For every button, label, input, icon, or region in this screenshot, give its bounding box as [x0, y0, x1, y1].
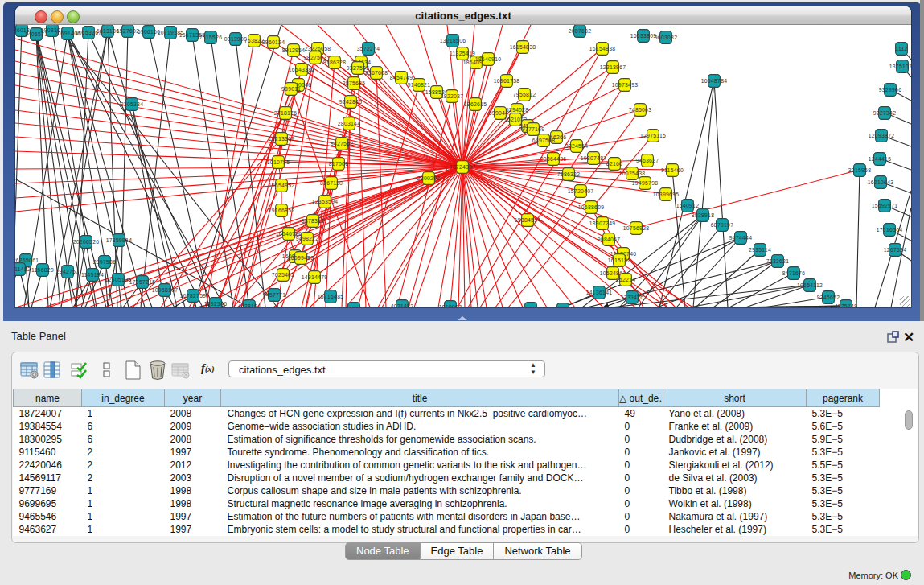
- svg-text:6879197: 6879197: [711, 222, 734, 228]
- svg-text:12093872: 12093872: [869, 133, 895, 138]
- svg-text:17957215: 17957215: [129, 279, 156, 285]
- svg-text:8471676: 8471676: [782, 270, 806, 276]
- svg-text:16033809: 16033809: [630, 33, 657, 39]
- svg-text:9115460: 9115460: [661, 167, 684, 173]
- svg-text:1527602: 1527602: [117, 28, 140, 34]
- svg-text:8219935: 8219935: [343, 306, 366, 308]
- svg-text:8267110: 8267110: [320, 180, 343, 186]
- svg-text:10958107: 10958107: [152, 287, 179, 293]
- svg-text:2087682: 2087682: [569, 28, 592, 34]
- svg-text:4875749: 4875749: [835, 303, 858, 308]
- svg-text:1010755: 1010755: [267, 159, 290, 165]
- svg-text:10807487: 10807487: [581, 155, 607, 161]
- svg-text:14914479: 14914479: [302, 274, 328, 280]
- svg-text:26265061: 26265061: [15, 257, 39, 263]
- svg-text:19495798: 19495798: [632, 180, 659, 186]
- svg-text:3875685: 3875685: [343, 80, 366, 86]
- svg-text:9227342: 9227342: [873, 110, 897, 116]
- svg-text:252214: 252214: [616, 277, 635, 282]
- svg-text:9457771: 9457771: [263, 292, 286, 298]
- svg-text:10756928: 10756928: [623, 225, 650, 231]
- svg-text:5432319: 5432319: [552, 307, 575, 308]
- svg-text:10654112: 10654112: [797, 282, 823, 288]
- svg-text:62160: 62160: [606, 161, 622, 167]
- svg-text:15716485: 15716485: [318, 294, 344, 299]
- svg-text:4628194: 4628194: [238, 303, 261, 308]
- svg-text:1819093: 1819093: [439, 304, 462, 308]
- svg-text:23226058: 23226058: [305, 46, 331, 51]
- svg-text:17016504: 17016504: [877, 227, 903, 233]
- svg-text:14136141: 14136141: [586, 290, 613, 295]
- svg-text:16961758: 16961758: [494, 78, 520, 84]
- svg-text:19654952: 19654952: [269, 183, 295, 188]
- svg-text:16543382: 16543382: [289, 67, 315, 72]
- svg-text:8912954: 8912954: [282, 47, 306, 53]
- svg-text:7865797: 7865797: [519, 306, 543, 308]
- svg-text:9603082: 9603082: [655, 35, 678, 40]
- svg-text:9777169: 9777169: [522, 126, 545, 132]
- svg-text:9146821: 9146821: [408, 82, 431, 88]
- svg-text:12353594: 12353594: [312, 199, 339, 204]
- svg-text:9329966: 9329966: [879, 87, 902, 93]
- svg-text:2367608: 2367608: [365, 70, 388, 76]
- svg-text:18907249: 18907249: [589, 220, 616, 226]
- svg-text:1244415: 1244415: [869, 156, 892, 162]
- svg-text:17359914: 17359914: [106, 237, 133, 243]
- svg-text:1112: 1112: [895, 46, 907, 51]
- svg-text:3911412: 3911412: [15, 266, 31, 272]
- svg-text:9245652: 9245652: [817, 295, 840, 300]
- svg-text:1640912: 1640912: [676, 203, 700, 208]
- svg-text:1822037: 1822037: [441, 93, 464, 99]
- svg-text:15720407: 15720407: [568, 188, 594, 194]
- svg-text:7955812: 7955812: [513, 92, 536, 97]
- svg-text:2803144: 2803144: [338, 121, 361, 126]
- svg-text:12975115: 12975115: [640, 133, 666, 138]
- svg-text:2305334: 2305334: [121, 101, 144, 107]
- svg-text:8186328: 8186328: [323, 60, 347, 65]
- svg-text:7132621: 7132621: [766, 258, 790, 264]
- svg-text:763822: 763822: [244, 38, 264, 43]
- svg-text:2942757: 2942757: [56, 269, 80, 274]
- svg-text:9084067: 9084067: [598, 237, 621, 242]
- svg-text:20206526: 20206526: [73, 239, 100, 245]
- svg-text:18640910: 18640910: [475, 56, 502, 62]
- svg-text:989011: 989011: [281, 86, 301, 92]
- svg-text:7625402: 7625402: [272, 272, 295, 278]
- svg-text:13218506: 13218506: [440, 38, 466, 43]
- svg-text:10688609: 10688609: [578, 204, 605, 210]
- svg-text:8878312: 8878312: [302, 218, 325, 224]
- svg-text:1292346: 1292346: [204, 301, 228, 307]
- svg-text:9498222: 9498222: [296, 236, 319, 241]
- svg-text:7515526: 7515526: [199, 35, 223, 40]
- svg-text:2997586: 2997586: [93, 259, 117, 265]
- svg-text:16099488: 16099488: [288, 255, 314, 261]
- svg-text:16154838: 16154838: [510, 44, 536, 50]
- svg-text:6794028: 6794028: [506, 107, 529, 113]
- svg-text:16648784: 16648784: [701, 78, 728, 84]
- svg-text:6497508: 6497508: [532, 138, 556, 143]
- svg-text:11325419: 11325419: [450, 51, 475, 56]
- svg-text:16782759: 16782759: [180, 293, 207, 299]
- svg-text:1615132: 1615132: [608, 257, 631, 263]
- svg-text:1267534: 1267534: [884, 247, 907, 253]
- svg-text:10025438: 10025438: [619, 171, 646, 176]
- svg-text:9463627: 9463627: [636, 158, 659, 163]
- svg-text:8938918: 8938918: [692, 212, 715, 218]
- svg-text:3572274: 3572274: [357, 46, 380, 51]
- svg-text:19384554: 19384554: [515, 217, 541, 223]
- svg-text:20364436: 20364436: [540, 156, 567, 162]
- svg-text:13751074: 13751074: [889, 64, 911, 69]
- svg-text:3824554: 3824554: [565, 143, 589, 149]
- svg-text:1156829: 1156829: [31, 267, 54, 273]
- svg-text:10399695: 10399695: [653, 192, 680, 197]
- svg-text:12213309: 12213309: [269, 136, 295, 142]
- svg-text:18724007: 18724007: [450, 164, 476, 170]
- svg-text:16210643: 16210643: [868, 179, 894, 185]
- svg-text:9242845: 9242845: [339, 99, 363, 105]
- svg-text:19166852: 19166852: [269, 208, 295, 213]
- svg-text:7485063: 7485063: [629, 107, 652, 113]
- svg-text:16154838: 16154838: [589, 46, 616, 51]
- svg-text:12505135: 12505135: [105, 277, 132, 282]
- svg-text:15692971: 15692971: [872, 203, 898, 208]
- svg-text:8454749: 8454749: [390, 75, 413, 80]
